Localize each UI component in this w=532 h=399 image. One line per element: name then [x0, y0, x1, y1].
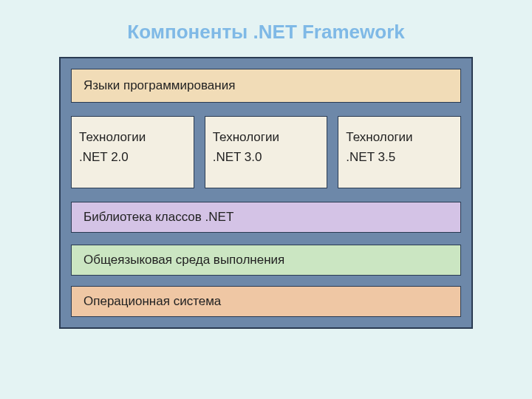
layer-clr: Общеязыковая среда выполнения	[71, 245, 461, 276]
tech-line2: .NET 3.5	[346, 147, 453, 167]
diagram-title: Компоненты .NET Framework	[0, 0, 532, 57]
layer-class-library: Библиотека классов .NET	[71, 202, 461, 233]
tech-net-3-0: Технологии .NET 3.0	[205, 116, 328, 188]
framework-stack: Языки программирования Технологии .NET 2…	[59, 57, 473, 329]
tech-line1: Технологии	[346, 127, 453, 147]
tech-net-2-0: Технологии .NET 2.0	[71, 116, 194, 188]
tech-net-3-5: Технологии .NET 3.5	[338, 116, 461, 188]
tech-line2: .NET 3.0	[213, 147, 320, 167]
layer-os-label: Операционная система	[83, 294, 221, 309]
layer-clr-label: Общеязыковая среда выполнения	[83, 253, 284, 267]
tech-line2: .NET 2.0	[79, 147, 186, 167]
technologies-row: Технологии .NET 2.0 Технологии .NET 3.0 …	[71, 116, 461, 188]
tech-line1: Технологии	[79, 127, 186, 147]
layer-class-library-label: Библиотека классов .NET	[83, 210, 233, 225]
layer-languages-label: Языки программирования	[83, 78, 235, 93]
tech-line1: Технологии	[213, 127, 320, 147]
layer-os: Операционная система	[71, 286, 461, 317]
layer-languages: Языки программирования	[71, 69, 461, 103]
